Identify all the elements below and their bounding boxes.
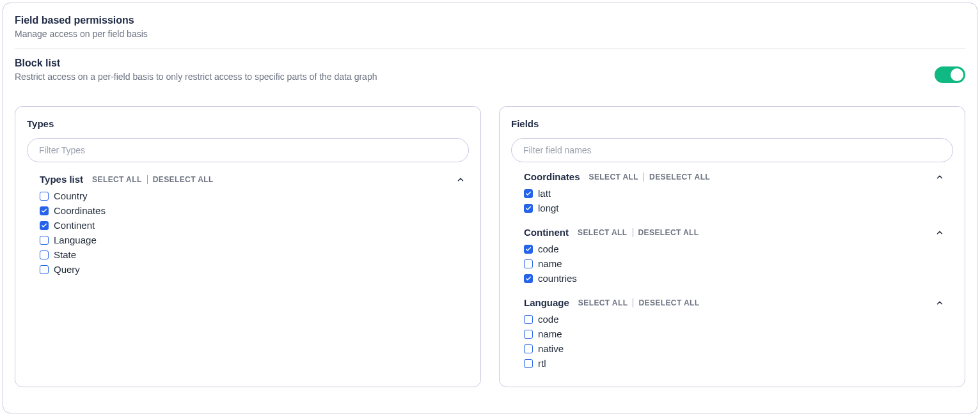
field-item[interactable]: latt <box>524 186 948 201</box>
field-item[interactable]: code <box>524 312 948 327</box>
type-item[interactable]: Coordinates <box>40 203 469 218</box>
fields-panel: Fields CoordinatesSELECT ALLDESELECT ALL… <box>499 106 965 387</box>
fields-scroll-area[interactable]: CoordinatesSELECT ALLDESELECT ALLlattlon… <box>511 162 953 371</box>
type-item[interactable]: State <box>40 247 469 262</box>
fields-filter-input[interactable] <box>511 138 953 162</box>
blocklist-subtitle: Restrict access on a per-field basis to … <box>15 72 935 82</box>
checkbox[interactable] <box>524 344 533 353</box>
field-item[interactable]: name <box>524 327 948 341</box>
field-group-header: LanguageSELECT ALLDESELECT ALL <box>524 297 948 308</box>
type-item[interactable]: Query <box>40 262 469 277</box>
type-item-label: Continent <box>54 220 95 231</box>
types-list-label: Types list <box>40 174 83 185</box>
blocklist-toggle[interactable] <box>935 66 965 83</box>
page-subtitle: Manage access on per field basis <box>15 29 965 39</box>
chevron-up-icon[interactable] <box>935 298 944 307</box>
field-item[interactable]: countries <box>524 271 948 286</box>
checkbox[interactable] <box>524 359 533 368</box>
chevron-up-icon[interactable] <box>935 173 944 181</box>
field-item[interactable]: rtl <box>524 356 948 371</box>
checkbox[interactable] <box>524 204 533 213</box>
type-item[interactable]: Continent <box>40 218 469 233</box>
divider <box>15 48 965 49</box>
panels-row: Types Types list SELECT ALL DESELECT ALL… <box>15 106 965 387</box>
type-item-label: State <box>54 249 76 260</box>
group-select-all[interactable]: SELECT ALL <box>589 173 639 181</box>
field-item-label: native <box>538 343 564 354</box>
types-panel-title: Types <box>27 118 469 129</box>
field-item-label: code <box>538 243 559 254</box>
field-item-label: countries <box>538 273 577 284</box>
checkbox[interactable] <box>40 236 49 245</box>
checkbox[interactable] <box>40 192 49 201</box>
field-item-label: name <box>538 328 562 339</box>
group-select-all[interactable]: SELECT ALL <box>578 298 628 307</box>
action-separator <box>633 298 633 307</box>
action-separator <box>644 173 644 181</box>
field-group-name: Coordinates <box>524 171 580 182</box>
type-item[interactable]: Country <box>40 189 469 203</box>
group-select-all[interactable]: SELECT ALL <box>578 228 628 237</box>
checkbox[interactable] <box>524 245 533 254</box>
type-item-label: Language <box>54 235 97 245</box>
header-section: Field based permissions Manage access on… <box>15 15 965 39</box>
checkbox[interactable] <box>524 315 533 324</box>
field-item[interactable]: longt <box>524 201 948 215</box>
checkbox[interactable] <box>40 265 49 274</box>
blocklist-title: Block list <box>15 58 935 69</box>
type-item-label: Country <box>54 190 88 201</box>
types-deselect-all[interactable]: DESELECT ALL <box>153 175 214 184</box>
field-item[interactable]: name <box>524 256 948 271</box>
field-group-header: ContinentSELECT ALLDESELECT ALL <box>524 227 948 238</box>
group-deselect-all[interactable]: DESELECT ALL <box>638 298 699 307</box>
blocklist-section: Block list Restrict access on a per-fiel… <box>15 58 965 83</box>
checkbox[interactable] <box>40 206 49 215</box>
toggle-knob <box>951 68 963 81</box>
field-item-label: rtl <box>538 358 546 369</box>
group-deselect-all[interactable]: DESELECT ALL <box>649 173 710 181</box>
field-group-name: Continent <box>524 227 569 238</box>
types-list-header: Types list SELECT ALL DESELECT ALL <box>27 174 469 185</box>
field-item-label: name <box>538 258 562 269</box>
types-list: CountryCoordinatesContinentLanguageState… <box>27 189 469 277</box>
types-select-all[interactable]: SELECT ALL <box>92 175 142 184</box>
field-item-label: latt <box>538 188 551 199</box>
field-item[interactable]: code <box>524 242 948 256</box>
field-group-name: Language <box>524 297 569 308</box>
field-item-label: code <box>538 314 559 325</box>
checkbox[interactable] <box>40 250 49 259</box>
type-item[interactable]: Language <box>40 233 469 247</box>
types-panel: Types Types list SELECT ALL DESELECT ALL… <box>15 106 481 387</box>
checkbox[interactable] <box>524 259 533 268</box>
checkbox[interactable] <box>524 330 533 339</box>
action-separator <box>633 228 633 237</box>
field-item[interactable]: native <box>524 341 948 356</box>
checkbox[interactable] <box>524 274 533 283</box>
chevron-up-icon[interactable] <box>935 228 944 237</box>
field-item-label: longt <box>538 203 559 213</box>
group-deselect-all[interactable]: DESELECT ALL <box>638 228 699 237</box>
field-group-header: CoordinatesSELECT ALLDESELECT ALL <box>524 171 948 182</box>
chevron-up-icon[interactable] <box>456 175 465 184</box>
action-separator <box>147 175 148 184</box>
page-title: Field based permissions <box>15 15 965 26</box>
checkbox[interactable] <box>524 189 533 198</box>
type-item-label: Coordinates <box>54 205 106 216</box>
type-item-label: Query <box>54 264 80 275</box>
checkbox[interactable] <box>40 221 49 230</box>
types-filter-input[interactable] <box>27 138 469 162</box>
fields-panel-title: Fields <box>511 118 953 129</box>
permissions-card: Field based permissions Manage access on… <box>3 3 977 413</box>
